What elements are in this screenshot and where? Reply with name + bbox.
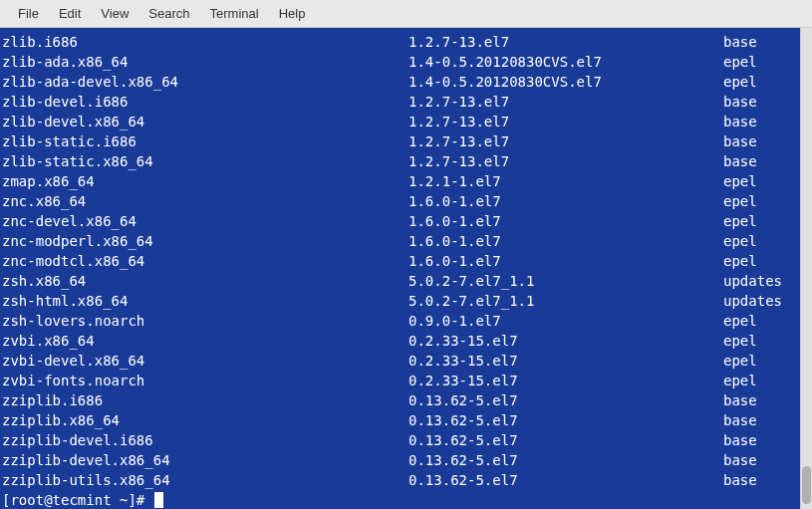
package-name: zziplib.x86_64 <box>2 410 408 430</box>
package-row: zziplib.x86_640.13.62-5.el7base <box>2 410 798 430</box>
package-name: zlib-ada.x86_64 <box>2 52 408 72</box>
package-name: zziplib-devel.x86_64 <box>2 450 408 470</box>
package-row: zlib-ada.x86_641.4-0.5.20120830CVS.el7ep… <box>2 52 798 72</box>
package-version: 1.2.7-13.el7 <box>408 112 723 131</box>
package-name: zsh.x86_64 <box>2 271 408 291</box>
package-row: zziplib-devel.i6860.13.62-5.el7base <box>2 430 798 450</box>
terminal-wrapper: zlib.i6861.2.7-13.el7basezlib-ada.x86_64… <box>0 28 812 509</box>
package-version: 1.2.7-13.el7 <box>408 131 723 151</box>
package-name: znc.x86_64 <box>2 191 408 211</box>
package-name: zlib-ada-devel.x86_64 <box>2 72 408 92</box>
package-repo: epel <box>723 371 798 390</box>
package-version: 1.2.7-13.el7 <box>408 92 723 112</box>
package-repo: base <box>723 450 798 470</box>
package-version: 5.0.2-7.el7_1.1 <box>408 291 723 311</box>
package-row: zvbi-devel.x86_640.2.33-15.el7epel <box>2 351 798 371</box>
shell-prompt: [root@tecmint ~]# <box>2 490 153 509</box>
package-version: 0.2.33-15.el7 <box>408 351 723 371</box>
package-row: zsh-html.x86_645.0.2-7.el7_1.1updates <box>2 291 798 311</box>
package-repo: base <box>723 410 798 430</box>
package-row: zvbi-fonts.noarch0.2.33-15.el7epel <box>2 371 798 390</box>
package-name: znc-modtcl.x86_64 <box>2 251 408 271</box>
package-row: znc-modtcl.x86_641.6.0-1.el7epel <box>2 251 798 271</box>
package-name: znc-modperl.x86_64 <box>2 231 408 251</box>
package-repo: epel <box>723 171 798 191</box>
package-version: 0.13.62-5.el7 <box>408 430 723 450</box>
package-version: 1.6.0-1.el7 <box>408 251 723 271</box>
package-name: znc-devel.x86_64 <box>2 211 408 231</box>
menu-search[interactable]: Search <box>138 6 199 21</box>
package-row: zsh-lovers.noarch0.9.0-1.el7epel <box>2 311 798 331</box>
package-row: zziplib-devel.x86_640.13.62-5.el7base <box>2 450 798 470</box>
package-version: 0.13.62-5.el7 <box>408 470 723 490</box>
terminal-output[interactable]: zlib.i6861.2.7-13.el7basezlib-ada.x86_64… <box>0 28 800 509</box>
package-row: zsh.x86_645.0.2-7.el7_1.1updates <box>2 271 798 291</box>
package-row: znc-devel.x86_641.6.0-1.el7epel <box>2 211 798 231</box>
package-name: zsh-lovers.noarch <box>2 311 408 331</box>
menu-terminal[interactable]: Terminal <box>200 6 269 21</box>
package-repo: base <box>723 470 798 490</box>
package-repo: updates <box>723 271 798 291</box>
menu-help[interactable]: Help <box>269 6 316 21</box>
cursor-icon <box>154 492 163 508</box>
menubar: File Edit View Search Terminal Help <box>0 0 812 28</box>
package-repo: base <box>723 151 798 171</box>
package-repo: base <box>723 92 798 112</box>
package-row: zlib-static.i6861.2.7-13.el7base <box>2 131 798 151</box>
scrollbar-thumb[interactable] <box>802 466 811 504</box>
package-row: zmap.x86_641.2.1-1.el7epel <box>2 171 798 191</box>
package-version: 1.4-0.5.20120830CVS.el7 <box>408 72 723 92</box>
package-row: zlib-static.x86_641.2.7-13.el7base <box>2 151 798 171</box>
package-repo: base <box>723 390 798 410</box>
package-repo: epel <box>723 311 798 331</box>
package-version: 0.13.62-5.el7 <box>408 410 723 430</box>
package-version: 0.9.0-1.el7 <box>408 311 723 331</box>
shell-prompt-line[interactable]: [root@tecmint ~]# <box>2 490 798 509</box>
package-name: zlib-devel.i686 <box>2 92 408 112</box>
package-version: 1.4-0.5.20120830CVS.el7 <box>408 52 723 72</box>
package-row: zziplib.i6860.13.62-5.el7base <box>2 390 798 410</box>
package-version: 1.2.1-1.el7 <box>408 171 723 191</box>
package-version: 0.13.62-5.el7 <box>408 390 723 410</box>
package-name: zziplib-utils.x86_64 <box>2 470 408 490</box>
package-repo: base <box>723 131 798 151</box>
package-repo: epel <box>723 251 798 271</box>
menu-edit[interactable]: Edit <box>49 6 91 21</box>
package-name: zlib-static.i686 <box>2 131 408 151</box>
package-version: 0.2.33-15.el7 <box>408 371 723 390</box>
menu-file[interactable]: File <box>8 6 49 21</box>
package-name: zlib-devel.x86_64 <box>2 112 408 131</box>
package-version: 1.2.7-13.el7 <box>408 151 723 171</box>
package-row: zlib-devel.x86_641.2.7-13.el7base <box>2 112 798 131</box>
package-row: zlib-devel.i6861.2.7-13.el7base <box>2 92 798 112</box>
package-row: znc-modperl.x86_641.6.0-1.el7epel <box>2 231 798 251</box>
package-version: 1.6.0-1.el7 <box>408 191 723 211</box>
scrollbar-track[interactable] <box>800 28 812 509</box>
package-repo: epel <box>723 52 798 72</box>
package-repo: epel <box>723 331 798 351</box>
package-repo: base <box>723 32 798 52</box>
package-row: zziplib-utils.x86_640.13.62-5.el7base <box>2 470 798 490</box>
package-name: zlib-static.x86_64 <box>2 151 408 171</box>
package-version: 1.6.0-1.el7 <box>408 231 723 251</box>
package-version: 1.6.0-1.el7 <box>408 211 723 231</box>
package-version: 1.2.7-13.el7 <box>408 32 723 52</box>
package-version: 0.2.33-15.el7 <box>408 331 723 351</box>
package-name: zziplib-devel.i686 <box>2 430 408 450</box>
package-repo: epel <box>723 231 798 251</box>
package-name: zvbi.x86_64 <box>2 331 408 351</box>
package-repo: base <box>723 430 798 450</box>
package-row: zvbi.x86_640.2.33-15.el7epel <box>2 331 798 351</box>
package-row: zlib.i6861.2.7-13.el7base <box>2 32 798 52</box>
package-repo: base <box>723 112 798 131</box>
package-version: 5.0.2-7.el7_1.1 <box>408 271 723 291</box>
package-repo: epel <box>723 191 798 211</box>
package-name: zsh-html.x86_64 <box>2 291 408 311</box>
package-name: zmap.x86_64 <box>2 171 408 191</box>
menu-view[interactable]: View <box>91 6 138 21</box>
package-repo: epel <box>723 351 798 371</box>
package-name: zvbi-fonts.noarch <box>2 371 408 390</box>
package-row: zlib-ada-devel.x86_641.4-0.5.20120830CVS… <box>2 72 798 92</box>
package-repo: epel <box>723 72 798 92</box>
package-version: 0.13.62-5.el7 <box>408 450 723 470</box>
